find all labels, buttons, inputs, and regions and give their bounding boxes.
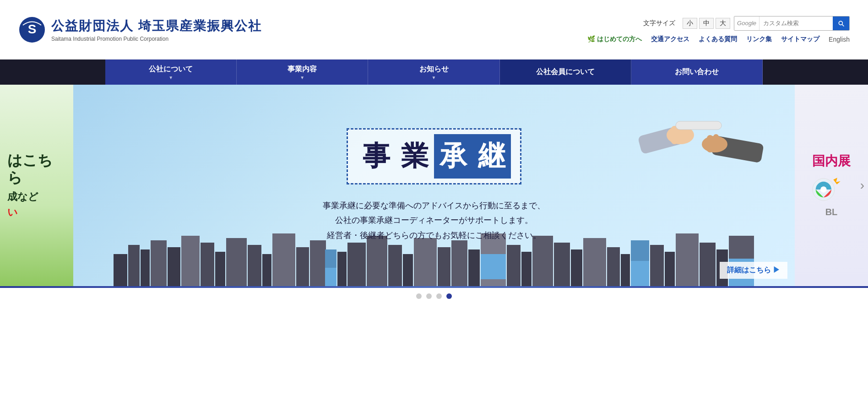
svg-rect-45 [607,247,620,286]
svg-rect-41 [532,236,553,286]
nav-members[interactable]: 公社会員について [500,60,631,85]
svg-rect-49 [650,245,664,286]
detail-link-text: 詳細はこちら [727,266,771,275]
font-size-label: 文字サイズ [643,19,675,27]
svg-rect-20 [226,238,247,286]
detail-link-arrow: ▶ [773,266,780,275]
right-panel-label: BL [825,207,838,217]
nav-news[interactable]: お知らせ ▼ [368,60,499,85]
logo-icon: S [18,16,46,43]
svg-rect-22 [262,254,271,286]
svg-rect-27 [325,268,336,286]
nav-contact[interactable]: お問い合わせ [631,60,763,85]
nav-left-dark [0,60,105,85]
hero-section: はこちら 成など い 事 業 承 継 [0,85,868,286]
svg-rect-32 [403,254,413,286]
svg-rect-40 [521,252,532,286]
hero-title-char-2: 業 [396,134,434,179]
english-link[interactable]: English [829,36,850,43]
search-input[interactable] [760,16,833,30]
svg-rect-18 [201,243,214,286]
right-panel-logo [808,176,854,203]
logo-text-area: 公益財団法人 埼玉県産業振興公社 Saitama Industrial Prom… [51,17,262,42]
nav-right-dark [763,60,868,85]
slide-dot-2[interactable] [426,293,432,299]
left-panel-text3: い [7,206,18,219]
svg-rect-15 [151,240,167,286]
svg-rect-44 [583,238,606,286]
svg-rect-42 [554,243,570,286]
font-size-controls: 文字サイズ 小 中 大 [643,18,730,29]
font-size-buttons: 小 中 大 [683,18,730,29]
svg-rect-31 [388,245,402,286]
svg-rect-33 [414,238,437,286]
hero-body-line-1: 事業承継に必要な準備へのアドバイスから行動に至るまで、 [323,198,545,213]
svg-rect-17 [181,236,200,286]
svg-rect-38 [481,254,506,279]
left-panel-text2: 成など [7,190,38,204]
logo-main-text: 公益財団法人 埼玉県産業振興公社 [51,17,262,35]
header-nav-links: 🌿 はじめての方へ 交通アクセス よくある質問 リンク集 サイトマップ Engl… [587,35,850,43]
font-size-medium-button[interactable]: 中 [699,18,714,29]
search-icon [837,20,845,27]
svg-rect-21 [248,245,261,286]
svg-rect-12 [114,254,127,286]
svg-rect-7 [676,121,722,130]
hero-left-panel: はこちら 成など い [0,85,73,286]
svg-point-57 [820,186,827,193]
svg-rect-51 [676,233,699,286]
faq-link[interactable]: よくある質問 [699,35,737,43]
next-slide-arrow[interactable]: › [860,178,864,193]
logo-area: S 公益財団法人 埼玉県産業振興公社 Saitama Industrial Pr… [18,16,262,43]
hero-body-line-3: 経営者・後継者どちらの方でもお気軽にご相談ください。 [323,228,545,243]
svg-text:S: S [28,22,37,36]
hero-body-line-2: 公社の事業承継コーディネーターがサポートします。 [323,213,545,228]
hero-right-panel: 国内展 BL › [795,85,868,286]
svg-rect-34 [438,247,450,286]
hero-title-char-1: 事 [357,134,396,179]
font-size-small-button[interactable]: 小 [683,18,697,29]
svg-rect-43 [571,249,582,286]
svg-rect-46 [621,254,630,286]
hero-title-char-4: 継 [472,134,511,179]
links-link[interactable]: リンク集 [746,35,772,43]
slide-dot-1[interactable] [416,293,422,299]
slide-dot-3[interactable] [436,293,442,299]
sitemap-link[interactable]: サイトマップ [781,35,819,43]
svg-rect-36 [468,249,480,286]
svg-rect-29 [347,243,366,286]
slide-dot-4[interactable] [446,293,452,299]
svg-rect-39 [507,245,521,286]
search-box: Google [734,16,850,31]
svg-rect-11 [713,134,719,151]
svg-rect-25 [310,240,326,286]
nav-business-arrow: ▼ [300,75,304,80]
svg-rect-13 [128,245,140,286]
svg-rect-52 [700,243,716,286]
font-size-large-button[interactable]: 大 [716,18,730,29]
detail-link[interactable]: 詳細はこちら ▶ [720,262,787,279]
svg-rect-23 [272,233,295,286]
svg-rect-16 [168,247,180,286]
hero-body-text: 事業承継に必要な準備へのアドバイスから行動に至るまで、 公社の事業承継コーディネ… [323,198,545,243]
svg-rect-50 [665,252,675,286]
main-navigation: 公社について ▼ 事業内容 ▼ お知らせ ▼ 公社会員について お問い合わせ [0,60,868,85]
hero-title-char-3: 承 [434,134,472,179]
search-button[interactable] [833,16,849,30]
nav-about[interactable]: 公社について ▼ [105,60,237,85]
nav-news-arrow: ▼ [432,75,436,80]
svg-rect-10 [707,135,713,152]
hero-main: 事 業 承 継 事業承継に必要な準備へのアドバイスから行動に至るまで、 公社の事… [73,85,795,286]
hajimete-link[interactable]: 🌿 はじめての方へ [587,35,642,43]
nav-about-arrow: ▼ [168,75,173,80]
svg-rect-19 [215,252,225,286]
access-link[interactable]: 交通アクセス [651,35,689,43]
search-row: 文字サイズ 小 中 大 Google [643,16,850,31]
svg-rect-48 [631,261,649,286]
svg-rect-28 [337,252,347,286]
svg-rect-30 [367,236,387,286]
hero-title-block: 事 業 承 継 [347,128,521,184]
svg-rect-14 [141,249,150,286]
nav-business[interactable]: 事業内容 ▼ [237,60,368,85]
google-label: Google [734,16,760,30]
